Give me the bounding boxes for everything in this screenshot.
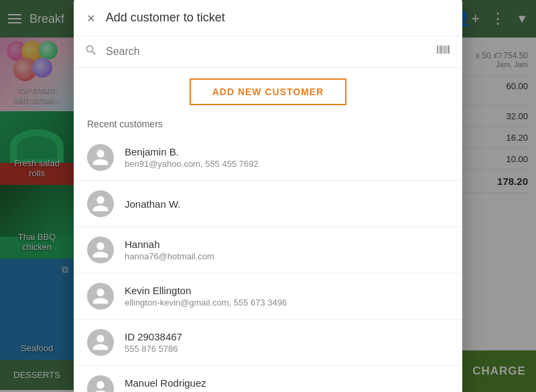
- barcode-icon[interactable]: [436, 42, 452, 62]
- avatar-3: [87, 283, 114, 310]
- customer-info-3: Kevin Ellington ellington-kevin@gmail.co…: [125, 285, 287, 308]
- modal-overlay: × Add customer to ticket ADD NEW CUSTOME…: [0, 0, 536, 392]
- recent-customers-label: Recent customers: [74, 116, 462, 135]
- search-input[interactable]: [106, 46, 427, 58]
- avatar-4: [87, 329, 114, 356]
- customer-info-5: Manuel Rodriguez manuel89@hotmail.com: [125, 377, 218, 392]
- avatar-1: [87, 190, 114, 217]
- customer-info-4: ID 29038467 555 876 5786: [125, 331, 182, 354]
- customer-item-5[interactable]: Manuel Rodriguez manuel89@hotmail.com: [74, 366, 462, 392]
- customer-info-2: Hannah hanna76@hotmail.com: [125, 239, 214, 261]
- customer-list: Benjamin B. ben91@yahoo.com, 555 455 769…: [74, 135, 462, 392]
- close-icon[interactable]: ×: [87, 11, 95, 25]
- customer-item-2[interactable]: Hannah hanna76@hotmail.com: [74, 227, 462, 273]
- customer-info-0: Benjamin B. ben91@yahoo.com, 555 455 769…: [125, 146, 259, 169]
- search-bar: [74, 36, 462, 68]
- customer-info-1: Jonathan W.: [125, 198, 180, 210]
- avatar-2: [87, 237, 114, 263]
- customer-item-4[interactable]: ID 29038467 555 876 5786: [74, 320, 462, 366]
- modal-header: × Add customer to ticket: [74, 0, 462, 36]
- add-customer-container: ADD NEW CUSTOMER: [74, 68, 462, 116]
- add-new-customer-button[interactable]: ADD NEW CUSTOMER: [190, 78, 347, 105]
- customer-item-3[interactable]: Kevin Ellington ellington-kevin@gmail.co…: [74, 273, 462, 320]
- avatar-5: [87, 375, 114, 392]
- avatar-0: [87, 144, 114, 171]
- modal-title: Add customer to ticket: [106, 11, 225, 25]
- customer-item-1[interactable]: Jonathan W.: [74, 181, 462, 227]
- customer-item-0[interactable]: Benjamin B. ben91@yahoo.com, 555 455 769…: [74, 135, 462, 181]
- search-icon: [84, 44, 98, 60]
- add-customer-modal: × Add customer to ticket ADD NEW CUSTOME…: [74, 0, 462, 392]
